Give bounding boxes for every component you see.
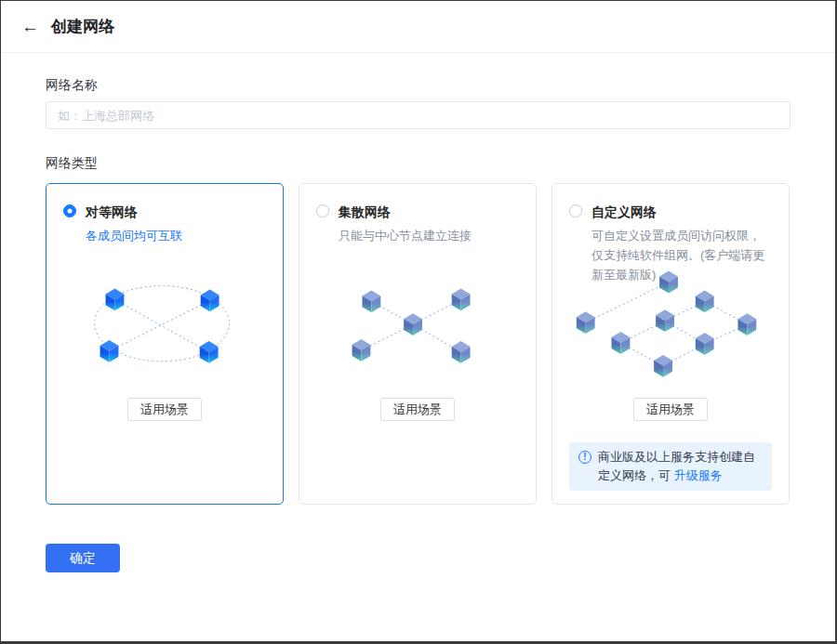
radio-hub-network[interactable]: [316, 204, 329, 217]
card-title: 自定义网络: [591, 204, 657, 219]
network-type-label: 网络类型: [46, 153, 790, 172]
card-hub-network[interactable]: 集散网络 只能与中心节点建立连接 适用场景: [299, 183, 537, 505]
scene-button-peer[interactable]: 适用场景: [127, 398, 202, 421]
card-header: 集散网络 只能与中心节点建立连接: [299, 184, 536, 245]
card-texts: 自定义网络 可自定义设置成员间访问权限，仅支持纯软件组网。(客户端请更新至最新版…: [591, 204, 772, 284]
notice-text: 商业版及以上服务支持创建自定义网络，可 升级服务: [598, 448, 763, 485]
network-name-input[interactable]: [46, 101, 790, 129]
card-header: 对等网络 各成员间均可互联: [46, 184, 283, 245]
radio-peer-network[interactable]: [63, 204, 76, 217]
form-content: 网络名称 网络类型: [1, 75, 835, 572]
network-name-label: 网络名称: [46, 75, 790, 94]
card-header: 自定义网络 可自定义设置成员间访问权限，仅支持纯软件组网。(客户端请更新至最新版…: [552, 184, 789, 284]
card-texts: 对等网络 各成员间均可互联: [86, 204, 182, 245]
scene-button-custom[interactable]: 适用场景: [633, 398, 708, 421]
card-subtitle: 可自定义设置成员间访问权限，仅支持纯软件组网。(客户端请更新至最新版): [591, 226, 772, 284]
network-type-cards: 对等网络 各成员间均可互联 适用场景: [46, 183, 790, 505]
card-subtitle: 各成员间均可互联: [86, 226, 182, 245]
radio-custom-network[interactable]: [569, 204, 582, 217]
upgrade-service-link[interactable]: 升级服务: [674, 468, 723, 482]
back-arrow-icon[interactable]: ←: [21, 18, 39, 35]
card-peer-network[interactable]: 对等网络 各成员间均可互联 适用场景: [46, 183, 284, 505]
card-title: 对等网络: [86, 204, 138, 219]
info-circle-icon: !: [578, 451, 591, 464]
card-title: 集散网络: [339, 204, 391, 219]
card-subtitle: 只能与中心节点建立连接: [339, 226, 472, 245]
upgrade-notice: ! 商业版及以上服务支持创建自定义网络，可 升级服务: [569, 442, 772, 491]
card-custom-network[interactable]: 自定义网络 可自定义设置成员间访问权限，仅支持纯软件组网。(客户端请更新至最新版…: [551, 183, 790, 505]
page-title: 创建网络: [51, 16, 114, 37]
confirm-button[interactable]: 确定: [46, 544, 120, 572]
card-texts: 集散网络 只能与中心节点建立连接: [339, 204, 472, 245]
page-header: ← 创建网络: [1, 1, 835, 53]
create-network-page: ← 创建网络 网络名称 网络类型: [0, 0, 837, 644]
scene-button-hub[interactable]: 适用场景: [380, 398, 455, 421]
